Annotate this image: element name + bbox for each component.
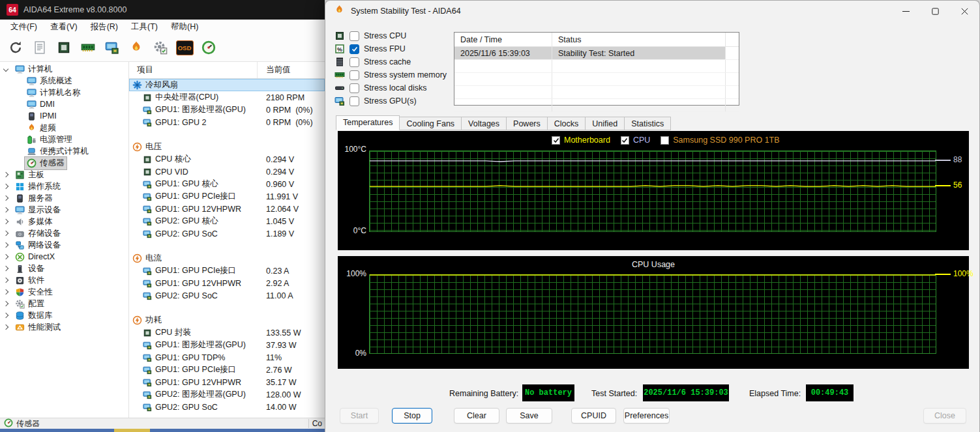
save-button[interactable]: Save — [506, 408, 552, 424]
sidebar-item-21[interactable]: 数据库 — [0, 310, 128, 321]
tab-statistics[interactable]: Statistics — [624, 117, 671, 130]
sensor-row-1-4[interactable]: GPU1: GPU 12VHPWR12.064 V — [129, 203, 325, 215]
tree-expander-icon[interactable] — [3, 278, 8, 283]
sensor-section-0[interactable]: 冷却风扇 — [129, 79, 325, 91]
sidebar-item-4[interactable]: IPMI — [0, 110, 128, 122]
stress-checkbox-2[interactable] — [349, 57, 359, 67]
maximize-button[interactable] — [921, 1, 950, 22]
sensor-row-3-4[interactable]: GPU1: GPU 12VHPWR35.17 W — [129, 376, 325, 388]
tree-expander-icon[interactable] — [3, 242, 8, 248]
tree-expander-icon[interactable] — [3, 313, 8, 318]
sensor-row-0-0[interactable]: 中央处理器(CPU)2180 RPM — [129, 91, 325, 104]
column-header-value[interactable]: 当前值 — [258, 62, 325, 78]
sidebar-item-20[interactable]: 配置 — [0, 298, 128, 310]
sensor-row-1-5[interactable]: GPU2: GPU 核心1.045 V — [129, 215, 325, 227]
tree-expander-icon[interactable] — [3, 289, 8, 295]
preferences-button[interactable]: Preferences — [623, 408, 670, 424]
menu-item-2[interactable]: 报告(R) — [84, 20, 125, 34]
sidebar-item-18[interactable]: 软件 — [0, 274, 128, 286]
sensor-row-2-2[interactable]: GPU2: GPU SoC11.00 A — [129, 289, 325, 302]
legend-checkbox-1[interactable] — [621, 136, 629, 145]
sidebar-item-2[interactable]: 计算机名称 — [0, 87, 128, 98]
sidebar-item-5[interactable]: 超频 — [0, 122, 128, 134]
tree-expander-icon[interactable] — [3, 195, 8, 201]
tree-expander-icon[interactable] — [3, 266, 8, 271]
sidebar-item-16[interactable]: DirectX — [0, 251, 128, 263]
toolbar-gpu-button[interactable] — [102, 37, 123, 58]
stress-checkbox-3[interactable] — [349, 70, 359, 80]
sensor-row-1-1[interactable]: CPU VID0.294 V — [129, 166, 325, 178]
menu-item-1[interactable]: 查看(V) — [44, 20, 84, 34]
log-column-datetime[interactable]: Date / Time — [454, 33, 552, 46]
sidebar-item-0[interactable]: 计算机 — [0, 63, 128, 75]
log-column-status[interactable]: Status — [552, 33, 726, 46]
stress-option-5[interactable]: Stress GPU(s) — [334, 94, 447, 108]
tree-expander-icon[interactable] — [3, 184, 8, 189]
sidebar-item-6[interactable]: 电源管理 — [0, 134, 128, 145]
sidebar-item-17[interactable]: 设备 — [0, 263, 128, 274]
toolbar-chip-button[interactable] — [53, 37, 74, 58]
tree-expander-icon[interactable] — [3, 172, 8, 177]
tree-expander-icon[interactable] — [3, 66, 8, 72]
tree-expander-icon[interactable] — [3, 231, 8, 236]
sensor-row-1-3[interactable]: GPU1: GPU PCIe接口11.991 V — [129, 190, 325, 203]
stress-checkbox-5[interactable] — [349, 96, 359, 106]
toolbar-refresh-button[interactable] — [5, 37, 26, 58]
toolbar-gauge-button[interactable] — [198, 37, 219, 58]
close-button[interactable] — [950, 1, 979, 22]
column-header-item[interactable]: 项目 — [129, 62, 258, 78]
sensor-row-3-2[interactable]: GPU1: GPU TDP%11% — [129, 351, 325, 364]
stress-option-1[interactable]: %Stress FPU — [334, 42, 447, 55]
clear-button[interactable]: Clear — [454, 408, 499, 424]
sensor-row-0-2[interactable]: GPU1: GPU 20 RPM (0%) — [129, 116, 325, 128]
tab-cooling-fans[interactable]: Cooling Fans — [399, 117, 462, 130]
stop-button[interactable]: Stop — [392, 408, 432, 424]
stress-checkbox-4[interactable] — [349, 83, 359, 93]
sidebar-item-1[interactable]: 系统概述 — [0, 75, 128, 87]
menu-item-0[interactable]: 文件(F) — [4, 20, 44, 34]
toolbar-flame-button[interactable] — [126, 37, 147, 58]
sidebar-item-13[interactable]: 多媒体 — [0, 216, 128, 227]
stress-option-2[interactable]: Stress cache — [334, 55, 447, 68]
sensor-section-2[interactable]: 电流 — [129, 252, 325, 265]
sidebar-item-7[interactable]: 便携式计算机 — [0, 145, 128, 157]
stress-option-0[interactable]: Stress CPU — [334, 29, 447, 42]
menu-item-3[interactable]: 工具(T) — [125, 20, 164, 34]
stress-checkbox-0[interactable] — [349, 31, 359, 41]
sensor-row-2-1[interactable]: GPU1: GPU 12VHPWR2.92 A — [129, 277, 325, 289]
sensor-section-3[interactable]: 功耗 — [129, 314, 325, 326]
toolbar-osd-button[interactable]: OSD — [174, 37, 195, 58]
sidebar-item-11[interactable]: 服务器 — [0, 192, 128, 204]
sensor-row-2-0[interactable]: GPU1: GPU PCIe接口0.23 A — [129, 265, 325, 277]
toolbar-report-button[interactable] — [29, 37, 50, 58]
sensor-row-3-1[interactable]: GPU1: 图形处理器(GPU)37.93 W — [129, 339, 325, 351]
tree-expander-icon[interactable] — [3, 324, 8, 330]
start-button[interactable]: Start — [340, 408, 379, 424]
tab-powers[interactable]: Powers — [506, 117, 548, 130]
stress-option-4[interactable]: Stress local disks — [334, 81, 447, 94]
minimize-button[interactable] — [891, 1, 921, 22]
tree-expander-icon[interactable] — [3, 301, 8, 306]
toolbar-config-button[interactable] — [150, 37, 171, 58]
legend-item-0[interactable]: Motherboard — [552, 136, 610, 145]
close-button[interactable]: Close — [923, 408, 966, 424]
tab-voltages[interactable]: Voltages — [461, 117, 507, 130]
sidebar-item-9[interactable]: 主板 — [0, 169, 128, 180]
sensor-row-3-3[interactable]: GPU1: GPU PCIe接口2.76 W — [129, 364, 325, 376]
sensor-row-1-0[interactable]: CPU 核心0.294 V — [129, 153, 325, 166]
sidebar-item-8[interactable]: 传感器 — [0, 157, 128, 169]
tree-expander-icon[interactable] — [3, 254, 8, 259]
log-row-0[interactable]: 2025/11/6 15:39:03Stability Test: Starte… — [454, 47, 739, 60]
legend-item-2[interactable]: Samsung SSD 990 PRO 1TB — [661, 136, 779, 145]
sidebar-item-10[interactable]: 操作系统 — [0, 180, 128, 192]
cpuid-button[interactable]: CPUID — [571, 408, 616, 424]
sidebar-item-12[interactable]: 显示设备 — [0, 204, 128, 216]
sensor-row-1-2[interactable]: GPU1: GPU 核心0.960 V — [129, 178, 325, 190]
toolbar-ram-button[interactable] — [78, 37, 98, 58]
menu-item-4[interactable]: 帮助(H) — [164, 20, 205, 34]
legend-checkbox-2[interactable] — [661, 136, 669, 145]
tree-expander-icon[interactable] — [3, 207, 8, 212]
sensor-row-0-1[interactable]: GPU1: 图形处理器(GPU)0 RPM (0%) — [129, 104, 325, 116]
tab-temperatures[interactable]: Temperatures — [336, 115, 400, 130]
stress-checkbox-1[interactable] — [349, 44, 359, 54]
